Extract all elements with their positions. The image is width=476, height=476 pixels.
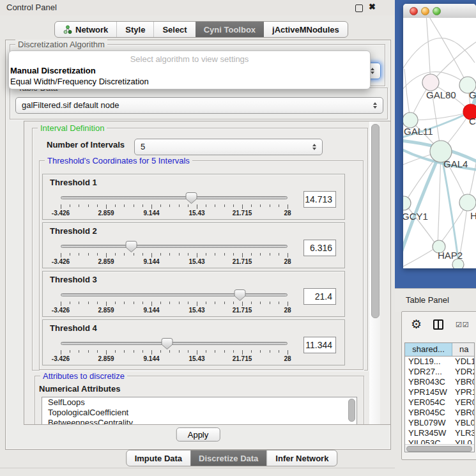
table-hscrollbar-thumb[interactable] <box>406 446 472 452</box>
control-panel-titlebar: Control Panel ✖ <box>0 0 395 15</box>
attribute-list-item[interactable]: BetweennessCentrality <box>42 418 357 425</box>
tick-mark <box>97 204 98 207</box>
algorithm-option-manual[interactable]: Manual Discretization <box>10 66 96 75</box>
slider-track[interactable] <box>61 342 288 345</box>
tab-jactivemnodules[interactable]: jActiveMNodules <box>264 22 348 37</box>
tick-mark <box>61 350 61 355</box>
network-edge[interactable] <box>403 38 475 74</box>
table-hscrollbar[interactable] <box>405 444 474 452</box>
combo-arrows-icon <box>373 102 377 109</box>
tick-mark <box>242 350 243 355</box>
network-edge[interactable] <box>438 151 441 247</box>
tick-mark <box>115 253 116 256</box>
table-row[interactable]: YER054CYER0 <box>405 397 474 408</box>
tab-network[interactable]: Network <box>55 22 116 37</box>
network-node-h[interactable] <box>459 194 476 211</box>
column-header-shared-name[interactable]: shared... <box>405 343 452 356</box>
tick-mark <box>79 302 79 304</box>
tick-mark <box>233 350 234 353</box>
slider-track[interactable] <box>61 293 288 296</box>
attribute-list-item[interactable]: SelfLoops <box>42 397 357 408</box>
minimize-window-icon[interactable] <box>421 7 429 15</box>
slider-thumb[interactable] <box>185 192 197 204</box>
control-panel-title: Control Panel <box>6 3 57 12</box>
tick-mark <box>97 302 98 304</box>
tick-mark <box>79 350 79 353</box>
network-edge[interactable] <box>403 247 438 268</box>
table-data-combobox[interactable]: galFiltered.sif default node <box>15 97 383 114</box>
threshold-slider[interactable]: -3.4262.8599.14415.4321.71528 <box>61 337 288 363</box>
tick-mark <box>106 302 107 306</box>
slider-track[interactable] <box>61 196 288 199</box>
algorithm-placeholder-option[interactable]: Select algorithm to view settings <box>9 54 370 64</box>
tick-mark <box>97 350 98 353</box>
split-columns-icon[interactable] <box>433 319 443 330</box>
network-window-titlebar[interactable] <box>403 4 476 19</box>
table-row[interactable]: YDL19...YDL1 <box>405 357 474 367</box>
tab-discretize-data[interactable]: Discretize Data <box>190 450 266 466</box>
tick-mark <box>124 253 125 256</box>
network-edge[interactable] <box>426 18 431 83</box>
tick-label: -3.426 <box>45 307 77 314</box>
settings-scrollbar-thumb[interactable] <box>371 124 380 318</box>
tick-mark <box>97 253 98 256</box>
number-of-intervals-label: Number of Intervals <box>47 140 125 150</box>
number-of-intervals-combobox[interactable]: 5 <box>134 139 323 155</box>
tick-mark <box>288 204 288 209</box>
network-graph[interactable]: GAL80GCGAL11GAL4GCY1HHAP2 <box>403 18 476 268</box>
threshold-panel: Threshold 1-3.4262.8599.14415.4321.71528… <box>42 174 345 220</box>
tick-mark <box>70 253 70 256</box>
network-canvas[interactable]: GAL80GCGAL11GAL4GCY1HHAP2 <box>403 18 476 268</box>
threshold-value-field[interactable]: 6.316 <box>303 240 336 256</box>
threshold-value-field[interactable]: 11.344 <box>303 337 336 353</box>
tab-impute-data[interactable]: Impute Data <box>127 450 190 466</box>
tick-mark <box>215 204 215 207</box>
tick-mark <box>88 302 89 304</box>
settings-scrollbar[interactable] <box>369 121 380 424</box>
apply-button[interactable]: Apply <box>176 427 220 441</box>
tick-mark <box>115 350 116 353</box>
table-row[interactable]: YPR145WYPR1 <box>405 387 474 397</box>
attributes-group-title: Attributes to discretize <box>40 371 127 381</box>
table-row[interactable]: YBR043CYBR0 <box>405 377 474 387</box>
table-row[interactable]: YLR345WYLR3 <box>405 428 474 438</box>
slider-track[interactable] <box>61 245 288 248</box>
slider-thumb[interactable] <box>161 337 173 350</box>
threshold-slider[interactable]: -3.4262.8599.14415.4321.71528 <box>61 240 288 266</box>
tick-mark <box>251 302 252 304</box>
slider-thumb[interactable] <box>125 240 137 253</box>
numerical-attributes-label: Numerical Attributes <box>39 384 120 394</box>
select-columns-icons[interactable]: ☑☑ <box>456 321 470 329</box>
table-row[interactable]: YBL079WYBL0 <box>405 418 474 428</box>
tick-label: 28 <box>272 307 303 314</box>
network-node-gcy1[interactable] <box>403 196 411 210</box>
tab-cyni-toolbox[interactable]: Cyni Toolbox <box>196 22 264 37</box>
algorithm-option-equal-width[interactable]: Equal Width/Frequency Discretization <box>10 77 149 86</box>
threshold-value-field[interactable]: 21.4 <box>303 288 336 305</box>
float-panel-icon[interactable] <box>355 4 363 12</box>
close-icon[interactable]: ✖ <box>369 2 376 12</box>
close-window-icon[interactable] <box>410 7 418 15</box>
tab-style[interactable]: Style <box>116 22 153 37</box>
zoom-window-icon[interactable] <box>433 7 441 15</box>
table-row[interactable]: YDR27...YDR2 <box>405 367 474 377</box>
table-row[interactable]: YBR045CYBR0 <box>405 408 474 418</box>
attribute-list-item[interactable]: TopologicalCoefficient <box>42 408 357 418</box>
list-scrollbar[interactable] <box>348 399 355 422</box>
network-node[interactable] <box>452 259 464 268</box>
network-node-gal80[interactable] <box>422 74 439 91</box>
column-header-name[interactable]: na <box>452 343 474 356</box>
threshold-value-field[interactable]: 14.713 <box>303 191 336 208</box>
thresholds-group: Threshold's Coordinates for 5 Intervals … <box>39 160 364 370</box>
tab-select[interactable]: Select <box>153 22 195 37</box>
gear-icon[interactable]: ⚙ <box>411 317 422 332</box>
numerical-attributes-list[interactable]: SelfLoopsTopologicalCoefficientBetweenne… <box>42 397 357 425</box>
threshold-panel: Threshold 3-3.4262.8599.14415.4321.71528… <box>42 271 345 317</box>
threshold-slider[interactable]: -3.4262.8599.14415.4321.71528 <box>61 192 288 217</box>
threshold-slider[interactable]: -3.4262.8599.14415.4321.71528 <box>61 289 288 314</box>
cell-shared-name: YDR27... <box>405 367 452 377</box>
tab-infer-network[interactable]: Infer Network <box>266 450 337 466</box>
tick-mark <box>142 302 143 304</box>
slider-thumb[interactable] <box>234 289 246 302</box>
tick-mark <box>169 204 170 207</box>
